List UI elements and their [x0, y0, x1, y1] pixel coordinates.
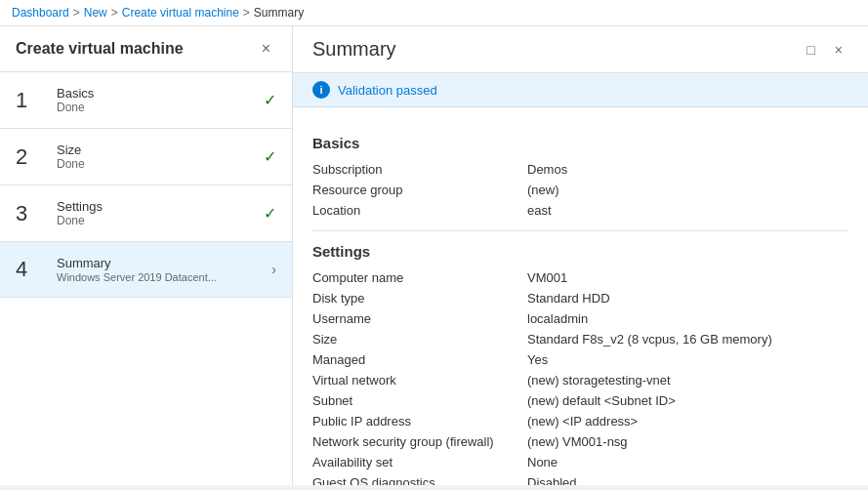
- section-title-settings: Settings: [312, 243, 848, 260]
- field-row-subnet: Subnet (new) default <Subnet ID>: [312, 390, 848, 411]
- breadcrumb-sep-1: >: [73, 6, 80, 20]
- field-value-username: localadmin: [527, 311, 588, 326]
- field-value-resource-group: (new): [527, 183, 559, 197]
- right-header-actions: □ ×: [801, 40, 848, 60]
- breadcrumb-sep-3: >: [243, 6, 250, 20]
- right-panel-title: Summary: [312, 38, 396, 61]
- section-title-basics: Basics: [312, 135, 848, 151]
- field-row-username: Username localadmin: [312, 308, 848, 329]
- field-label-computer-name: Computer name: [312, 270, 527, 285]
- field-value-virtual-network: (new) storagetesting-vnet: [527, 373, 671, 388]
- validation-bar: i Validation passed: [293, 73, 868, 107]
- field-label-disk-type: Disk type: [312, 291, 527, 306]
- field-value-disk-type: Standard HDD: [527, 291, 610, 306]
- summary-content: Basics Subscription Demos Resource group…: [293, 107, 868, 485]
- field-value-computer-name: VM001: [527, 270, 567, 285]
- field-row-resource-group: Resource group (new): [312, 180, 848, 200]
- section-divider: [312, 230, 848, 231]
- step-item-size[interactable]: 2 Size Done ✓: [0, 129, 292, 185]
- left-panel: Create virtual machine × 1 Basics Done ✓…: [0, 26, 293, 485]
- field-value-public-ip: (new) <IP address>: [527, 414, 638, 429]
- field-value-location: east: [527, 203, 552, 218]
- field-row-computer-name: Computer name VM001: [312, 267, 848, 288]
- field-value-guest-os-diag: Disabled: [527, 475, 577, 485]
- step-info-3: Settings Done: [57, 199, 264, 227]
- field-label-resource-group: Resource group: [312, 183, 527, 197]
- field-label-location: Location: [312, 203, 527, 218]
- settings-fields: Computer name VM001 Disk type Standard H…: [312, 267, 848, 485]
- step-number-4: 4: [16, 259, 45, 280]
- field-value-nsg: (new) VM001-nsg: [527, 434, 628, 449]
- field-label-virtual-network: Virtual network: [312, 373, 527, 388]
- field-row-size: Size Standard F8s_v2 (8 vcpus, 16 GB mem…: [312, 329, 848, 349]
- field-label-availability-set: Availability set: [312, 455, 527, 470]
- validation-text: Validation passed: [338, 83, 437, 98]
- field-label-managed: Managed: [312, 352, 527, 367]
- left-panel-close-button[interactable]: ×: [256, 38, 276, 60]
- step-number-2: 2: [16, 146, 45, 168]
- step-name-1: Basics: [57, 86, 264, 101]
- maximize-button[interactable]: □: [801, 40, 820, 60]
- field-value-availability-set: None: [527, 455, 558, 470]
- field-label-guest-os-diag: Guest OS diagnostics: [312, 475, 527, 485]
- breadcrumb-new[interactable]: New: [84, 6, 107, 20]
- breadcrumb-dashboard[interactable]: Dashboard: [12, 6, 69, 20]
- breadcrumb: Dashboard > New > Create virtual machine…: [0, 0, 868, 26]
- step-name-3: Settings: [57, 199, 264, 214]
- right-panel: Summary □ × i Validation passed Basics S…: [293, 26, 868, 485]
- field-row-managed: Managed Yes: [312, 349, 848, 370]
- step-info-2: Size Done: [57, 143, 264, 171]
- field-label-nsg: Network security group (firewall): [312, 434, 527, 449]
- left-panel-header: Create virtual machine ×: [0, 26, 292, 72]
- breadcrumb-current: Summary: [254, 6, 304, 20]
- right-panel-header: Summary □ ×: [293, 26, 868, 73]
- breadcrumb-create-vm[interactable]: Create virtual machine: [122, 6, 239, 20]
- field-row-nsg: Network security group (firewall) (new) …: [312, 431, 848, 452]
- step-info-4: Summary Windows Server 2019 Datacent...: [57, 256, 271, 283]
- step-number-1: 1: [16, 90, 45, 111]
- step-name-4: Summary: [57, 256, 271, 270]
- step-number-3: 3: [16, 203, 45, 225]
- step-status-2: Done: [57, 157, 264, 171]
- field-value-size: Standard F8s_v2 (8 vcpus, 16 GB memory): [527, 332, 772, 347]
- step-item-summary[interactable]: 4 Summary Windows Server 2019 Datacent..…: [0, 242, 292, 298]
- basics-fields: Subscription Demos Resource group (new) …: [312, 159, 848, 221]
- validation-icon: i: [312, 81, 330, 99]
- field-row-public-ip: Public IP address (new) <IP address>: [312, 411, 848, 431]
- field-row-guest-os-diag: Guest OS diagnostics Disabled: [312, 472, 848, 485]
- field-label-username: Username: [312, 311, 527, 326]
- step-info-1: Basics Done: [57, 86, 264, 114]
- field-label-public-ip: Public IP address: [312, 414, 527, 429]
- field-label-subnet: Subnet: [312, 393, 527, 408]
- step-subtitle-4: Windows Server 2019 Datacent...: [57, 271, 271, 283]
- field-value-managed: Yes: [527, 352, 548, 367]
- step-check-3: ✓: [264, 204, 276, 223]
- field-row-disk-type: Disk type Standard HDD: [312, 288, 848, 308]
- step-chevron-4: ›: [271, 262, 276, 277]
- step-status-3: Done: [57, 214, 264, 227]
- field-label-subscription: Subscription: [312, 162, 527, 177]
- field-value-subscription: Demos: [527, 162, 567, 177]
- field-row-subscription: Subscription Demos: [312, 159, 848, 180]
- field-label-size: Size: [312, 332, 527, 347]
- field-row-location: Location east: [312, 200, 848, 221]
- field-value-subnet: (new) default <Subnet ID>: [527, 393, 676, 408]
- field-row-availability-set: Availability set None: [312, 452, 848, 472]
- step-status-1: Done: [57, 101, 264, 114]
- close-button[interactable]: ×: [829, 40, 848, 60]
- step-item-settings[interactable]: 3 Settings Done ✓: [0, 185, 292, 242]
- left-panel-title: Create virtual machine: [16, 40, 184, 58]
- step-item-basics[interactable]: 1 Basics Done ✓: [0, 72, 292, 129]
- step-name-2: Size: [57, 143, 264, 157]
- step-check-2: ✓: [264, 147, 276, 166]
- breadcrumb-sep-2: >: [111, 6, 118, 20]
- step-check-1: ✓: [264, 91, 276, 109]
- field-row-virtual-network: Virtual network (new) storagetesting-vne…: [312, 370, 848, 390]
